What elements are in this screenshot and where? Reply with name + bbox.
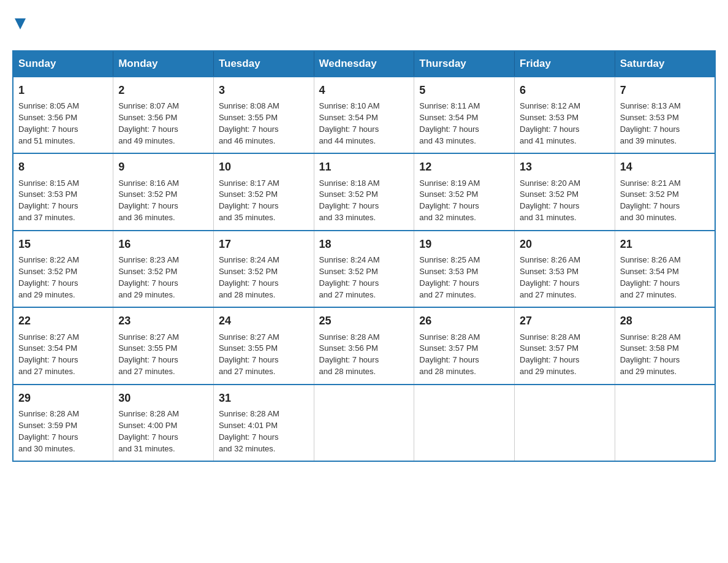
- sunset-text: Sunset: 3:52 PM: [319, 266, 409, 278]
- sunrise-text: Sunrise: 8:25 AM: [419, 255, 509, 266]
- sunset-text: Sunset: 3:53 PM: [18, 189, 108, 201]
- day-number: 16: [118, 236, 208, 252]
- daylight-text: Daylight: 7 hours: [118, 354, 208, 366]
- sunrise-text: Sunrise: 8:18 AM: [319, 178, 409, 190]
- sunrise-text: Sunrise: 8:20 AM: [520, 178, 610, 190]
- sunset-text: Sunset: 3:57 PM: [419, 343, 509, 354]
- daylight-text: Daylight: 7 hours: [118, 201, 208, 212]
- daylight-minutes-text: and 27 minutes.: [118, 366, 208, 378]
- daylight-minutes-text: and 27 minutes.: [319, 289, 409, 301]
- daylight-text: Daylight: 7 hours: [620, 201, 710, 212]
- calendar-cell: 12Sunrise: 8:19 AMSunset: 3:52 PMDayligh…: [414, 153, 515, 230]
- logo: [12, 18, 26, 32]
- calendar-week-5: 29Sunrise: 8:28 AMSunset: 3:59 PMDayligh…: [13, 385, 715, 461]
- calendar-cell: 13Sunrise: 8:20 AMSunset: 3:52 PMDayligh…: [515, 153, 615, 230]
- daylight-minutes-text: and 29 minutes.: [620, 366, 710, 378]
- daylight-text: Daylight: 7 hours: [18, 201, 108, 212]
- calendar-cell: 19Sunrise: 8:25 AMSunset: 3:53 PMDayligh…: [414, 231, 515, 307]
- calendar-cell: 17Sunrise: 8:24 AMSunset: 3:52 PMDayligh…: [213, 231, 314, 307]
- header-cell-saturday: Saturday: [615, 51, 715, 77]
- day-number: 20: [520, 236, 610, 252]
- daylight-text: Daylight: 7 hours: [520, 124, 610, 136]
- sunrise-text: Sunrise: 8:15 AM: [18, 178, 108, 190]
- daylight-text: Daylight: 7 hours: [520, 278, 610, 289]
- daylight-minutes-text: and 27 minutes.: [18, 366, 108, 378]
- calendar-cell: 4Sunrise: 8:10 AMSunset: 3:54 PMDaylight…: [314, 77, 414, 153]
- daylight-minutes-text: and 30 minutes.: [18, 443, 108, 455]
- header-cell-monday: Monday: [113, 51, 214, 77]
- sunrise-text: Sunrise: 8:07 AM: [118, 101, 208, 112]
- calendar-cell: 23Sunrise: 8:27 AMSunset: 3:55 PMDayligh…: [113, 307, 214, 384]
- sunset-text: Sunset: 3:53 PM: [419, 266, 509, 278]
- daylight-text: Daylight: 7 hours: [319, 201, 409, 212]
- calendar-cell: [414, 385, 515, 461]
- header-cell-sunday: Sunday: [13, 51, 113, 77]
- calendar-cell: 11Sunrise: 8:18 AMSunset: 3:52 PMDayligh…: [314, 153, 414, 230]
- day-number: 29: [18, 390, 108, 406]
- calendar-week-3: 15Sunrise: 8:22 AMSunset: 3:52 PMDayligh…: [13, 231, 715, 307]
- daylight-minutes-text: and 29 minutes.: [520, 366, 610, 378]
- daylight-text: Daylight: 7 hours: [620, 124, 710, 136]
- daylight-minutes-text: and 30 minutes.: [620, 212, 710, 224]
- calendar-cell: [615, 385, 715, 461]
- daylight-text: Daylight: 7 hours: [319, 124, 409, 136]
- day-number: 22: [18, 313, 108, 329]
- day-number: 13: [520, 159, 610, 175]
- daylight-minutes-text: and 41 minutes.: [520, 136, 610, 147]
- day-number: 23: [118, 313, 208, 329]
- daylight-text: Daylight: 7 hours: [319, 278, 409, 289]
- day-number: 5: [419, 82, 509, 98]
- sunrise-text: Sunrise: 8:13 AM: [620, 101, 710, 112]
- day-number: 30: [118, 390, 208, 406]
- day-number: 14: [620, 159, 710, 175]
- svg-marker-0: [15, 18, 26, 29]
- daylight-minutes-text: and 27 minutes.: [219, 366, 309, 378]
- sunset-text: Sunset: 3:56 PM: [118, 112, 208, 124]
- calendar-cell: 6Sunrise: 8:12 AMSunset: 3:53 PMDaylight…: [515, 77, 615, 153]
- calendar-cell: 24Sunrise: 8:27 AMSunset: 3:55 PMDayligh…: [213, 307, 314, 384]
- calendar-week-2: 8Sunrise: 8:15 AMSunset: 3:53 PMDaylight…: [13, 153, 715, 230]
- daylight-text: Daylight: 7 hours: [219, 124, 309, 136]
- sunrise-text: Sunrise: 8:28 AM: [419, 332, 509, 343]
- sunrise-text: Sunrise: 8:08 AM: [219, 101, 309, 112]
- day-number: 15: [18, 236, 108, 252]
- calendar-cell: [314, 385, 414, 461]
- daylight-minutes-text: and 31 minutes.: [118, 443, 208, 455]
- sunrise-text: Sunrise: 8:16 AM: [118, 178, 208, 190]
- calendar-cell: 14Sunrise: 8:21 AMSunset: 3:52 PMDayligh…: [615, 153, 715, 230]
- day-number: 8: [18, 159, 108, 175]
- calendar-cell: 31Sunrise: 8:28 AMSunset: 4:01 PMDayligh…: [213, 385, 314, 461]
- sunrise-text: Sunrise: 8:24 AM: [219, 255, 309, 266]
- day-number: 19: [419, 236, 509, 252]
- calendar-header: SundayMondayTuesdayWednesdayThursdayFrid…: [13, 51, 715, 77]
- daylight-text: Daylight: 7 hours: [219, 432, 309, 443]
- day-number: 18: [319, 236, 409, 252]
- header-row: SundayMondayTuesdayWednesdayThursdayFrid…: [13, 51, 715, 77]
- page-header: [12, 12, 716, 38]
- day-number: 2: [118, 82, 208, 98]
- daylight-minutes-text: and 27 minutes.: [520, 289, 610, 301]
- calendar-cell: 3Sunrise: 8:08 AMSunset: 3:55 PMDaylight…: [213, 77, 314, 153]
- daylight-text: Daylight: 7 hours: [219, 201, 309, 212]
- sunrise-text: Sunrise: 8:21 AM: [620, 178, 710, 190]
- daylight-minutes-text: and 27 minutes.: [419, 289, 509, 301]
- sunset-text: Sunset: 3:52 PM: [118, 266, 208, 278]
- calendar-cell: 5Sunrise: 8:11 AMSunset: 3:54 PMDaylight…: [414, 77, 515, 153]
- daylight-text: Daylight: 7 hours: [419, 201, 509, 212]
- daylight-minutes-text: and 39 minutes.: [620, 136, 710, 147]
- sunrise-text: Sunrise: 8:28 AM: [520, 332, 610, 343]
- sunset-text: Sunset: 3:55 PM: [219, 343, 309, 354]
- calendar-cell: 25Sunrise: 8:28 AMSunset: 3:56 PMDayligh…: [314, 307, 414, 384]
- calendar-cell: 26Sunrise: 8:28 AMSunset: 3:57 PMDayligh…: [414, 307, 515, 384]
- day-number: 7: [620, 82, 710, 98]
- sunset-text: Sunset: 3:52 PM: [620, 189, 710, 201]
- daylight-text: Daylight: 7 hours: [219, 354, 309, 366]
- sunrise-text: Sunrise: 8:26 AM: [620, 255, 710, 266]
- calendar-cell: 18Sunrise: 8:24 AMSunset: 3:52 PMDayligh…: [314, 231, 414, 307]
- sunset-text: Sunset: 3:55 PM: [219, 112, 309, 124]
- day-number: 1: [18, 82, 108, 98]
- sunset-text: Sunset: 3:52 PM: [118, 189, 208, 201]
- day-number: 31: [219, 390, 309, 406]
- sunset-text: Sunset: 3:56 PM: [18, 112, 108, 124]
- calendar-cell: 16Sunrise: 8:23 AMSunset: 3:52 PMDayligh…: [113, 231, 214, 307]
